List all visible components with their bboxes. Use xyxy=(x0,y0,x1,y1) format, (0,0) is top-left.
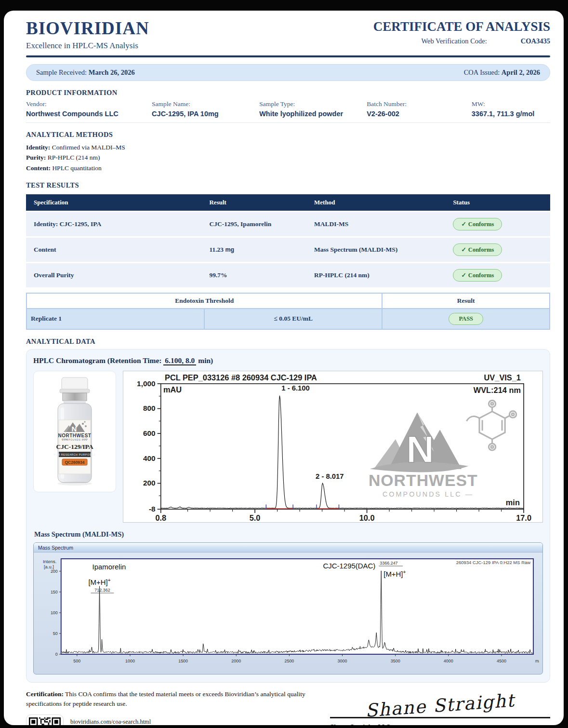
method-content: Content: HPLC quantitation xyxy=(26,163,550,174)
field-sample-type: Sample Type: White lyophilized powder xyxy=(259,100,367,118)
col-specification: Specification xyxy=(26,194,201,211)
endotoxin-result-header: Result xyxy=(382,293,550,309)
svg-text:N: N xyxy=(406,428,434,470)
svg-text:10.0: 10.0 xyxy=(359,513,375,522)
svg-text:500: 500 xyxy=(73,659,80,663)
col-method: Method xyxy=(306,194,445,211)
vial-qc-code: QC260934 xyxy=(65,460,84,465)
svg-text:200: 200 xyxy=(143,479,156,487)
check-icon: ✓ xyxy=(461,272,466,279)
result-cell: CJC-1295, Ipamorelin xyxy=(201,212,306,236)
header-divider xyxy=(26,55,550,57)
watermark-line1: NORTHWEST xyxy=(369,472,478,489)
signature-block: Shane Straight Shane Straight, M.S. Prin… xyxy=(330,695,550,725)
analytical-data-heading: ANALYTICAL DATA xyxy=(26,337,550,346)
svg-text:min: min xyxy=(506,498,520,507)
methods-heading: ANALYTICAL METHODS xyxy=(26,131,550,139)
endotoxin-data-row: Replicate 1 ≤ 0.05 EU/mL PASS xyxy=(26,309,550,329)
svg-text:3500: 3500 xyxy=(391,659,400,663)
svg-text:WVL:214 nm: WVL:214 nm xyxy=(474,386,521,394)
svg-text:2 - 8.017: 2 - 8.017 xyxy=(316,472,344,480)
table-row: Overall Purity 99.7% RP-HPLC (214 nm) ✓C… xyxy=(26,263,550,287)
field-batch-number: Batch Number: V2-26-002 xyxy=(367,100,472,118)
vial-purpose-band: FOR RESEARCH PURPOSES xyxy=(54,453,96,456)
svg-text:[M+H]+: [M+H]+ xyxy=(88,578,110,586)
svg-text:200: 200 xyxy=(51,568,58,573)
watermark-line2: COMPOUNDS LLC — xyxy=(383,490,474,498)
spec-cell: Content xyxy=(26,238,201,262)
spec-cell: Overall Purity xyxy=(26,263,201,287)
hplc-chromatogram-title: HPLC Chromatogram (Retention Time: 6.100… xyxy=(33,356,543,365)
retention-time-value: 6.100, 8.0 xyxy=(163,356,196,365)
svg-text:UV_VIS_1: UV_VIS_1 xyxy=(484,373,521,382)
analytical-data-card: HPLC Chromatogram (Retention Time: 6.100… xyxy=(26,349,550,683)
svg-text:4000: 4000 xyxy=(444,659,453,663)
svg-text:[M+H]+: [M+H]+ xyxy=(383,569,406,578)
sample-received: Sample Received: March 26, 2026 xyxy=(36,68,135,77)
replicate-label: Replicate 1 xyxy=(26,309,204,329)
endotoxin-header-row: Endotoxin Threshold Result xyxy=(26,293,550,309)
table-row: Identity: CJC-1295, IPA CJC-1295, Ipamor… xyxy=(26,212,550,236)
svg-text:3000: 3000 xyxy=(338,659,347,663)
svg-text:4500: 4500 xyxy=(497,659,506,663)
verification-label: Web Verification Code: xyxy=(421,37,487,45)
verification-code: COA3435 xyxy=(521,37,550,45)
check-icon: ✓ xyxy=(461,246,466,253)
received-label: Sample Received: xyxy=(36,68,87,76)
certification-text: This COA confirms that the tested materi… xyxy=(26,690,305,707)
svg-text:CJC-1295(DAC): CJC-1295(DAC) xyxy=(323,562,376,570)
certificate-block: CERTIFICATE OF ANALYSIS Web Verification… xyxy=(373,19,550,45)
field-sample-name: Sample Name: CJC-1295, IPA 10mg xyxy=(152,100,259,118)
svg-text:N: N xyxy=(72,425,77,433)
svg-text:0: 0 xyxy=(55,652,58,657)
results-header-row: Specification Result Method Status xyxy=(26,194,550,211)
svg-text:1 - 6.100: 1 - 6.100 xyxy=(281,384,310,392)
endotoxin-threshold-header: Endotoxin Threshold xyxy=(26,293,382,309)
endotoxin-table: Endotoxin Threshold Result Replicate 1 ≤… xyxy=(26,293,550,330)
certificate-title: CERTIFICATE OF ANALYSIS xyxy=(373,19,550,34)
product-vial-photo: N NORTHWEST COMPOUNDS LLC CJC-129/IPA FO… xyxy=(33,371,116,492)
product-info-row: Vendor: Northwest Compounds LLC Sample N… xyxy=(26,100,550,123)
signer-name: Shane Straight, M.S. xyxy=(330,723,550,725)
header: BIOVIRIDIAN Excellence in HPLC-MS Analys… xyxy=(26,15,550,51)
issued-date: April 2, 2026 xyxy=(502,68,540,76)
svg-text:5.0: 5.0 xyxy=(250,513,261,522)
svg-text:mAU: mAU xyxy=(163,385,182,394)
issued-label: COA Issued: xyxy=(464,68,500,76)
certification-paragraph: Certification: This COA confirms that th… xyxy=(26,689,341,709)
vial-illustration: N NORTHWEST COMPOUNDS LLC CJC-129/IPA FO… xyxy=(39,376,111,487)
svg-text:712.362: 712.362 xyxy=(94,588,110,593)
watermark-molecule-icon xyxy=(466,400,516,450)
dates-banner: Sample Received: March 26, 2026 COA Issu… xyxy=(26,64,550,81)
status-badge: ✓Conforms xyxy=(453,269,502,282)
northwest-watermark: N NORTHWEST COMPOUNDS LLC — xyxy=(369,400,516,498)
vial-cap xyxy=(62,377,88,390)
spec-cell: Identity: CJC-1295, IPA xyxy=(26,212,201,236)
svg-text:-8: -8 xyxy=(149,505,156,513)
qr-code xyxy=(26,715,64,725)
col-result: Result xyxy=(201,194,306,211)
mass-spectrum-window: Mass Spectrum Intens.[a.u.]0501001502005… xyxy=(33,542,543,674)
col-status: Status xyxy=(445,194,550,211)
status-badge: ✓Conforms xyxy=(453,218,502,230)
brand-logo-text: BIOVIRIDIAN xyxy=(26,19,149,38)
method-purity: Purity: RP-HPLC (214 nm) xyxy=(26,152,550,163)
svg-text:150: 150 xyxy=(51,589,58,594)
result-cell: 99.7% xyxy=(201,263,306,287)
brand-block: BIOVIRIDIAN Excellence in HPLC-MS Analys… xyxy=(26,19,149,51)
footer: bioviridians.com/coa-search.html Shane S… xyxy=(26,715,550,725)
check-icon: ✓ xyxy=(461,221,466,228)
mass-spectrum-window-titlebar: Mass Spectrum xyxy=(34,543,542,553)
svg-text:100: 100 xyxy=(51,610,58,615)
product-info-heading: PRODUCT INFORMATION xyxy=(26,89,550,97)
pass-badge: PASS xyxy=(449,313,483,325)
svg-text:Intens.: Intens. xyxy=(43,559,56,564)
threshold-value: ≤ 0.05 EU/mL xyxy=(204,309,382,329)
table-row: Content 11.23 mg Mass Spectrum (MALDI-MS… xyxy=(26,238,550,262)
received-date: March 26, 2026 xyxy=(89,68,135,76)
svg-text:1,000: 1,000 xyxy=(137,379,155,388)
vial-product-name: CJC-129/IPA xyxy=(56,443,93,450)
test-results-table: Specification Result Method Status Ident… xyxy=(26,193,550,289)
svg-text:2000: 2000 xyxy=(231,659,241,663)
svg-text:PCL PEP_033126 #8 260934 CJ: PCL PEP_033126 #8 260934 CJC-129 IPA xyxy=(165,373,317,382)
